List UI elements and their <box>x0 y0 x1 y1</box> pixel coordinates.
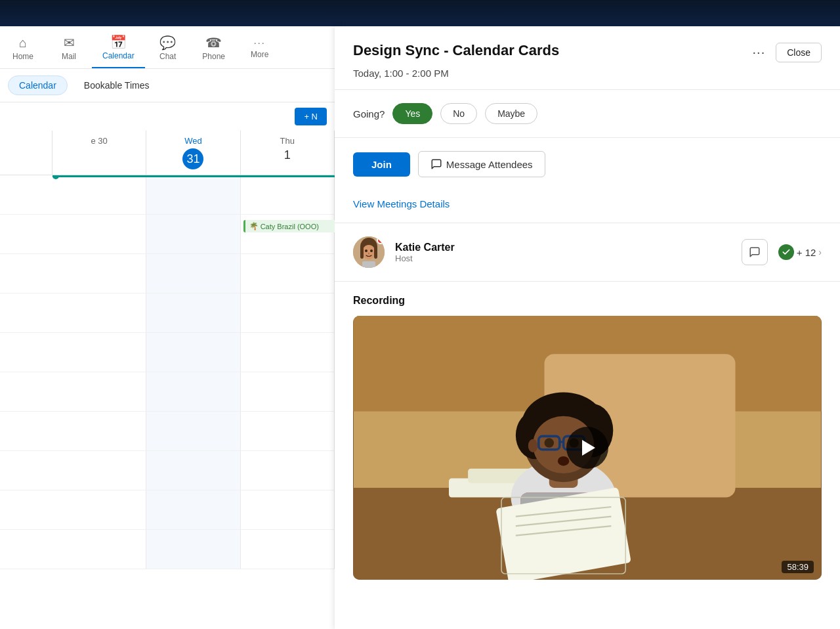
time-cell-8-prev <box>52 451 146 490</box>
tab-calendar[interactable]: Calendar <box>8 76 68 95</box>
time-cell-9-thu <box>241 490 335 529</box>
event-detail-panel: Design Sync - Calendar Cards ··· Close T… <box>335 26 840 629</box>
day-header-wed31: Wed 31 <box>146 131 240 175</box>
time-cell-9-prev <box>52 490 146 529</box>
time-row-10 <box>0 530 335 569</box>
rsvp-label: Going? <box>353 108 385 119</box>
action-section: Join Message Attendees View Meetings Det… <box>335 138 840 223</box>
rsvp-no-button[interactable]: No <box>440 103 477 124</box>
checkmark-icon <box>782 248 791 257</box>
host-avatar <box>353 236 385 268</box>
host-info: Katie Carter Host <box>395 242 731 263</box>
nav-item-chat[interactable]: 💬 Chat <box>145 32 191 68</box>
play-triangle-icon <box>582 440 595 456</box>
play-button[interactable] <box>566 427 608 469</box>
event-actions-top: ··· Close <box>750 42 822 62</box>
calendar-event-ooo[interactable]: 🌴 Caty Brazil (OOO) <box>243 220 335 232</box>
new-event-button[interactable]: + N <box>295 108 327 125</box>
time-cell-10-thu <box>241 530 335 569</box>
view-details-link[interactable]: View Meetings Details <box>353 198 450 209</box>
message-icon <box>430 158 442 170</box>
nav-item-calendar[interactable]: 📅 Calendar <box>92 32 145 68</box>
video-thumbnail[interactable]: 58:39 <box>353 316 822 580</box>
message-attendees-label: Message Attendees <box>446 159 533 170</box>
time-label-1 <box>0 175 52 214</box>
time-cell-3-prev <box>52 254 146 293</box>
nav-bar: ⌂ Home ✉ Mail 📅 Calendar 💬 Chat ☎ Phone … <box>0 26 335 69</box>
time-cell-6-thu <box>241 372 335 411</box>
time-cell-10-prev <box>52 530 146 569</box>
app-container: ⌂ Home ✉ Mail 📅 Calendar 💬 Chat ☎ Phone … <box>0 26 840 629</box>
time-cell-3-wed <box>146 254 240 293</box>
time-label-2 <box>0 215 52 253</box>
more-icon: ··· <box>254 38 266 47</box>
phone-icon: ☎ <box>205 36 222 49</box>
time-cell-1-thu <box>241 175 335 214</box>
svg-rect-8 <box>362 261 375 268</box>
attendee-count: + 12 › <box>778 244 822 260</box>
nav-label-phone: Phone <box>202 52 225 61</box>
time-row-9 <box>0 490 335 530</box>
day-header-prev: e 30 <box>52 131 146 175</box>
mail-icon: ✉ <box>64 36 75 49</box>
time-row-2: 🌴 Caty Brazil (OOO) <box>0 215 335 254</box>
join-button[interactable]: Join <box>353 152 410 177</box>
host-chat-button[interactable] <box>742 239 768 265</box>
time-label-9 <box>0 490 52 529</box>
calendar-tabs: Calendar Bookable Times <box>0 69 335 102</box>
time-cell-5-thu <box>241 333 335 372</box>
time-cell-7-thu <box>241 412 335 450</box>
event-title-row: Design Sync - Calendar Cards ··· Close <box>353 42 822 62</box>
day-name-wed31: Wed <box>184 136 202 146</box>
message-attendees-button[interactable]: Message Attendees <box>418 151 545 177</box>
nav-item-mail[interactable]: ✉ Mail <box>46 32 92 68</box>
svg-rect-4 <box>374 247 377 259</box>
nav-label-chat: Chat <box>159 52 176 61</box>
nav-label-home: Home <box>12 52 33 61</box>
day-label-prev: e 30 <box>91 136 108 146</box>
time-grid: 🌴 Caty Brazil (OOO) <box>0 175 335 569</box>
event-close-button[interactable]: Close <box>776 43 822 62</box>
time-row-4 <box>0 293 335 333</box>
time-cell-9-wed <box>146 490 240 529</box>
nav-item-home[interactable]: ⌂ Home <box>0 32 46 68</box>
nav-item-phone[interactable]: ☎ Phone <box>191 32 237 68</box>
rsvp-section: Going? Yes No Maybe <box>335 90 840 138</box>
expand-attendees-icon[interactable]: › <box>818 247 822 257</box>
time-label-8 <box>0 451 52 490</box>
event-more-button[interactable]: ··· <box>750 42 768 62</box>
time-cell-7-prev <box>52 412 146 450</box>
tab-bookable-times[interactable]: Bookable Times <box>73 76 161 95</box>
calendar-icon: 📅 <box>110 35 127 49</box>
time-cell-4-prev <box>52 293 146 332</box>
rsvp-maybe-button[interactable]: Maybe <box>485 103 537 124</box>
nav-item-more[interactable]: ··· More <box>237 34 283 66</box>
check-circle-icon <box>778 244 794 260</box>
time-cell-2-wed <box>146 215 240 253</box>
time-cell-7-wed <box>146 412 240 450</box>
time-cell-4-wed <box>146 293 240 332</box>
time-cell-5-prev <box>52 333 146 372</box>
host-section: Katie Carter Host + 12 › <box>335 223 840 282</box>
recording-title: Recording <box>353 295 822 307</box>
time-cell-6-prev <box>52 372 146 411</box>
time-row-5 <box>0 333 335 372</box>
rsvp-yes-button[interactable]: Yes <box>392 103 432 124</box>
event-time: Today, 1:00 - 2:00 PM <box>353 68 822 79</box>
time-cell-2-thu: 🌴 Caty Brazil (OOO) <box>241 215 335 253</box>
svg-point-29 <box>558 456 569 466</box>
time-cell-5-wed <box>146 333 240 372</box>
time-row-8 <box>0 451 335 490</box>
time-row-7 <box>0 412 335 451</box>
event-icon: 🌴 <box>249 222 259 230</box>
time-label-7 <box>0 412 52 450</box>
attendee-count-text: + 12 <box>797 247 816 258</box>
time-label-3 <box>0 254 52 293</box>
nav-label-more: More <box>251 50 268 59</box>
notification-dot <box>377 236 385 244</box>
time-cell-2-prev <box>52 215 146 253</box>
new-event-label: + N <box>304 112 318 121</box>
new-event-bar: + N <box>0 102 335 131</box>
time-cell-1-wed <box>146 175 240 214</box>
rsvp-row: Going? Yes No Maybe <box>353 103 822 124</box>
